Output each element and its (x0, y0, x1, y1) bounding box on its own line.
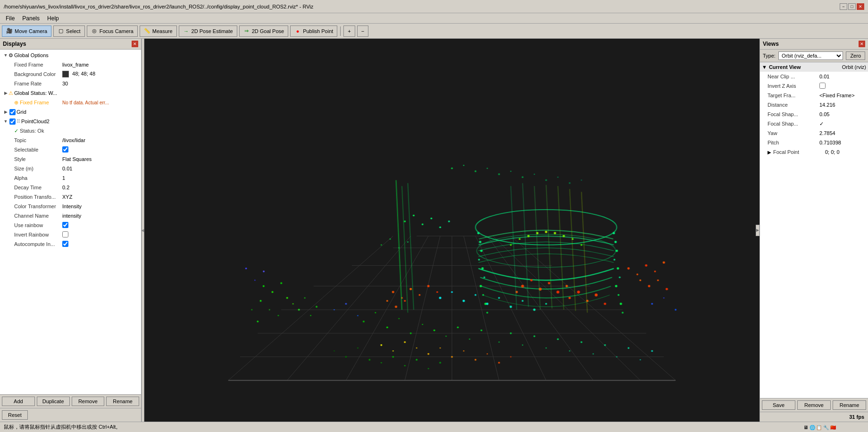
focal-point-row[interactable]: ▶ Focal Point 0; 0; 0 (760, 147, 868, 157)
focal-shape2-row[interactable]: Focal Shap... ✓ (760, 119, 868, 128)
svg-point-125 (254, 280, 255, 280)
invert-z-checkbox[interactable] (819, 83, 826, 89)
svg-point-180 (386, 300, 388, 302)
style-row[interactable]: Style Flat Squares (0, 154, 141, 164)
fixed-frame-row[interactable]: Fixed Frame livox_frame (0, 60, 141, 69)
warn-icon: ⚠ (8, 90, 13, 96)
close-button[interactable]: ✕ (857, 3, 864, 10)
move-camera-button[interactable]: 🎥 Move Camera (2, 25, 51, 37)
svg-point-91 (451, 291, 453, 293)
svg-point-57 (519, 238, 521, 240)
distance-row[interactable]: Distance 14.216 (760, 100, 868, 110)
views-type-select[interactable]: Orbit (rviz_defa... (778, 51, 843, 60)
svg-point-26 (269, 309, 270, 310)
pc2-expander[interactable]: ▼ (3, 119, 8, 124)
pc2-status-row[interactable]: ✓ Status: Ok (0, 126, 141, 136)
autocompute-row[interactable]: Autocompute In... (0, 239, 141, 249)
reset-button[interactable]: Reset (2, 410, 28, 420)
current-view-header[interactable]: ▼ Current View Orbit (rviz) (760, 62, 868, 72)
menu-panels[interactable]: Panels (18, 14, 43, 23)
add-button[interactable]: Add (2, 397, 35, 406)
svg-point-84 (593, 353, 593, 354)
autocompute-checkbox[interactable] (62, 241, 68, 247)
invert-rainbow-row[interactable]: Invert Rainbow (0, 230, 141, 239)
pitch-row[interactable]: Pitch 0.710398 (760, 138, 868, 147)
color-transformer-row[interactable]: Color Transformer Intensity (0, 202, 141, 211)
window-controls[interactable]: − □ ✕ (840, 3, 864, 10)
grid-expander[interactable]: ▶ (3, 109, 8, 115)
size-value: 0.01 (62, 166, 140, 171)
bg-color-row[interactable]: Background Color 48; 48; 48 (0, 69, 141, 79)
focus-camera-button[interactable]: ◎ Focus Camera (87, 25, 138, 37)
invert-z-row[interactable]: Invert Z Axis (760, 81, 868, 91)
alpha-row[interactable]: Alpha 1 (0, 173, 141, 183)
near-clip-row[interactable]: Near Clip ... 0.01 (760, 72, 868, 81)
focal-shape1-row[interactable]: Focal Shap... 0.05 (760, 110, 868, 119)
minimize-button[interactable]: − (840, 3, 847, 10)
views-rename-button[interactable]: Rename (833, 400, 866, 410)
style-value: Flat Squares (62, 156, 140, 162)
duplicate-button[interactable]: Duplicate (37, 397, 70, 406)
global-options-row[interactable]: ▼ ⚙ Global Options (0, 51, 141, 60)
views-save-button[interactable]: Save (762, 400, 795, 410)
svg-point-120 (475, 359, 476, 361)
decay-time-row[interactable]: Decay Time 0.2 (0, 183, 141, 192)
svg-point-93 (475, 294, 476, 296)
menu-help[interactable]: Help (43, 14, 63, 23)
grid-row[interactable]: ▶ Grid (0, 107, 141, 117)
svg-point-66 (375, 312, 376, 313)
svg-point-104 (556, 290, 559, 293)
pos-transform-row[interactable]: Position Transfo... XYZ (0, 192, 141, 202)
maximize-button[interactable]: □ (848, 3, 856, 10)
right-splitter-handle[interactable]: ▶ (756, 225, 760, 236)
views-panel-close[interactable]: ✕ (859, 41, 865, 47)
displays-panel-close[interactable]: ✕ (132, 41, 138, 47)
focal-point-expander[interactable]: ▶ (768, 150, 771, 155)
svg-point-130 (651, 303, 653, 305)
svg-point-110 (595, 294, 598, 296)
target-frame-row[interactable]: Target Fra... <Fixed Frame> (760, 91, 868, 100)
svg-point-148 (448, 220, 450, 222)
size-row[interactable]: Size (m) 0.01 (0, 164, 141, 173)
use-rainbow-row[interactable]: Use rainbow (0, 220, 141, 230)
global-options-expander[interactable]: ▼ (3, 52, 8, 58)
goal-pose-button[interactable]: ⇒ 2D Goal Pose (239, 25, 288, 37)
pc2-checkbox[interactable] (9, 119, 16, 125)
svg-point-73 (457, 326, 459, 328)
pointcloud2-row[interactable]: ▼ ⠿ PointCloud2 (0, 117, 141, 126)
views-remove-button[interactable]: Remove (797, 400, 831, 410)
yaw-row[interactable]: Yaw 2.7854 (760, 128, 868, 138)
selectable-checkbox[interactable] (62, 146, 68, 152)
topic-row[interactable]: Topic /livox/lidar (0, 136, 141, 145)
toolbar-add-button[interactable]: + (343, 25, 355, 37)
pose-estimate-button[interactable]: → 2D Pose Estimate (179, 25, 237, 37)
select-button[interactable]: ▢ Select (53, 25, 85, 37)
frame-rate-row[interactable]: Frame Rate 30 (0, 79, 141, 88)
svg-point-105 (566, 285, 568, 288)
cv-expander[interactable]: ▼ (762, 64, 767, 70)
use-rainbow-checkbox[interactable] (62, 222, 68, 228)
global-status-expander[interactable]: ▶ (3, 90, 8, 96)
remove-button[interactable]: Remove (72, 397, 105, 406)
ff-error-row[interactable]: ⊕ Fixed Frame No tf data. Actual err... (0, 98, 141, 107)
publish-point-button[interactable]: ● Publish Point (290, 25, 337, 37)
svg-point-113 (392, 350, 393, 351)
views-panel: Views ✕ Type: Orbit (rviz_defa... Zero ▼… (760, 39, 868, 422)
3d-viewport[interactable]: ▶ (144, 39, 760, 422)
selectable-row[interactable]: Selectable (0, 145, 141, 154)
select-icon: ▢ (58, 28, 64, 34)
camera-move-icon: 🎥 (6, 28, 13, 34)
zero-button[interactable]: Zero (846, 51, 865, 60)
displays-tree[interactable]: ▼ ⚙ Global Options Fixed Frame livox_fra… (0, 50, 141, 394)
grid-checkbox[interactable] (9, 109, 16, 115)
channel-name-row[interactable]: Channel Name intensity (0, 211, 141, 220)
rename-button[interactable]: Rename (106, 397, 139, 406)
global-status-row[interactable]: ▶ ⚠ Global Status: W... (0, 88, 141, 98)
invert-rainbow-checkbox[interactable] (62, 231, 68, 237)
cv-type: Orbit (rviz) (842, 64, 866, 70)
right-splitter-arrow: ▶ (756, 228, 759, 232)
measure-button[interactable]: 📏 Measure (140, 25, 177, 37)
menu-file[interactable]: File (2, 14, 18, 23)
toolbar-remove-button[interactable]: − (357, 25, 368, 37)
viewport-panel[interactable]: ▶ (144, 39, 760, 422)
